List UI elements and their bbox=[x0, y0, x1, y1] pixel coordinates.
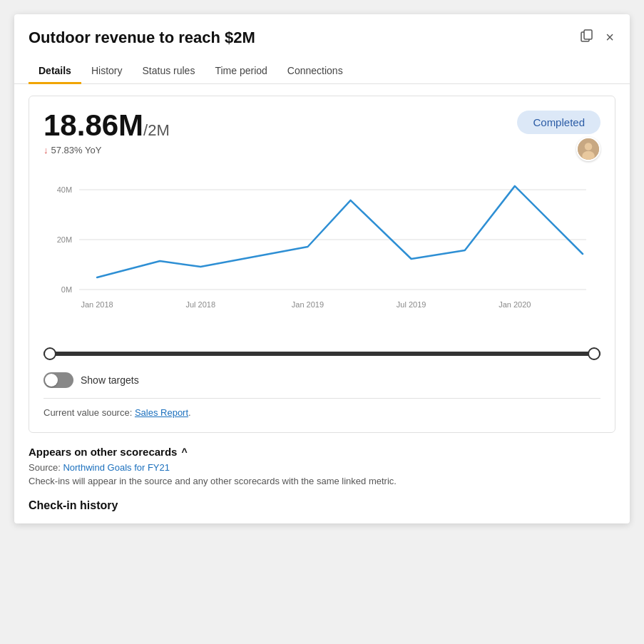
tab-history[interactable]: History bbox=[81, 59, 133, 84]
range-slider[interactable] bbox=[44, 345, 600, 362]
svg-text:Jan 2019: Jan 2019 bbox=[292, 300, 324, 309]
show-targets-toggle[interactable] bbox=[44, 372, 73, 388]
source-period: . bbox=[188, 407, 191, 418]
avatar bbox=[576, 137, 600, 161]
detail-panel: Outdoor revenue to reach $2M × Details H… bbox=[14, 14, 630, 523]
chevron-icon[interactable]: ^ bbox=[181, 446, 187, 458]
svg-point-4 bbox=[582, 151, 595, 161]
tab-status-rules[interactable]: Status rules bbox=[132, 59, 205, 84]
content-area: 18.86M/2M ↓ 57.83% YoY Completed bbox=[14, 84, 630, 523]
svg-text:0M: 0M bbox=[61, 285, 72, 294]
slider-thumb-left[interactable] bbox=[44, 347, 56, 360]
source-row: Current value source: Sales Report. bbox=[44, 398, 600, 418]
panel-header: Outdoor revenue to reach $2M × bbox=[14, 14, 630, 48]
scorecard-source-link[interactable]: Northwind Goals for FY21 bbox=[63, 462, 170, 473]
tab-connections[interactable]: Connections bbox=[277, 59, 353, 84]
toggle-knob bbox=[45, 374, 58, 387]
svg-text:20M: 20M bbox=[57, 235, 72, 244]
tabs-bar: Details History Status rules Time period… bbox=[14, 51, 630, 84]
toggle-label: Show targets bbox=[81, 374, 139, 386]
status-badge: Completed bbox=[517, 111, 600, 134]
check-in-history-title: Check-in history bbox=[29, 499, 615, 512]
slider-track bbox=[44, 352, 600, 356]
tab-details[interactable]: Details bbox=[29, 59, 81, 84]
avatar-row bbox=[517, 137, 600, 161]
scorecard-source: Source: Northwind Goals for FY21 bbox=[29, 462, 615, 473]
tab-time-period[interactable]: Time period bbox=[205, 59, 277, 84]
panel-title: Outdoor revenue to reach $2M bbox=[29, 29, 255, 47]
svg-text:40M: 40M bbox=[57, 185, 72, 194]
source-link[interactable]: Sales Report bbox=[135, 407, 188, 418]
svg-text:Jan 2018: Jan 2018 bbox=[81, 300, 113, 309]
toggle-row: Show targets bbox=[44, 372, 600, 388]
close-button[interactable]: × bbox=[604, 28, 615, 47]
chart-area: 40M 20M 0M Jan 2018 Jul 2018 Jan 2019 Ju… bbox=[44, 168, 600, 339]
svg-text:Jul 2018: Jul 2018 bbox=[185, 300, 215, 309]
metric-value: 18.86M/2M bbox=[44, 111, 170, 140]
yoy-display: ↓ 57.83% YoY bbox=[44, 145, 170, 155]
copy-icon-button[interactable] bbox=[578, 27, 596, 48]
scorecards-section-title: Appears on other scorecards ^ bbox=[29, 446, 615, 458]
scorecard-description: Check-ins will appear in the source and … bbox=[29, 476, 615, 486]
avatar-image bbox=[578, 137, 599, 161]
close-icon: × bbox=[605, 29, 614, 45]
slider-thumb-right[interactable] bbox=[588, 347, 600, 360]
svg-text:Jan 2020: Jan 2020 bbox=[499, 300, 531, 309]
status-area: Completed bbox=[517, 111, 600, 161]
yoy-arrow-icon: ↓ bbox=[44, 145, 48, 155]
metric-card: 18.86M/2M ↓ 57.83% YoY Completed bbox=[29, 96, 615, 433]
metric-display: 18.86M/2M ↓ 57.83% YoY bbox=[44, 111, 170, 155]
svg-rect-1 bbox=[584, 30, 592, 39]
card-top: 18.86M/2M ↓ 57.83% YoY Completed bbox=[44, 111, 600, 161]
svg-text:Jul 2019: Jul 2019 bbox=[397, 300, 426, 309]
svg-point-3 bbox=[585, 143, 593, 150]
source-prefix: Current value source: bbox=[44, 407, 135, 418]
header-icons: × bbox=[578, 27, 615, 48]
line-chart: 40M 20M 0M Jan 2018 Jul 2018 Jan 2019 Ju… bbox=[44, 168, 600, 339]
copy-icon bbox=[580, 29, 594, 43]
